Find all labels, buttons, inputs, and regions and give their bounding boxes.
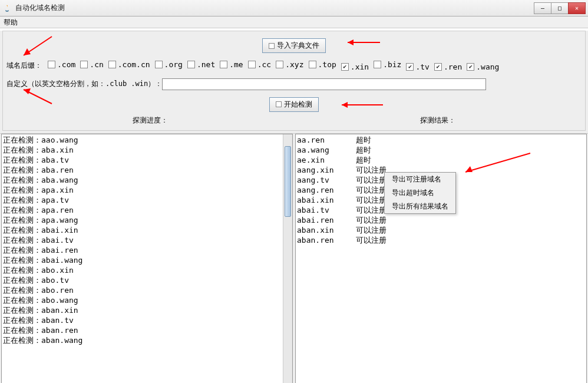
result-status: 超时 — [356, 135, 371, 145]
start-detection-button[interactable]: 开始检测 — [269, 97, 319, 112]
suffix-label-text: .top — [318, 60, 336, 69]
suffix-checkbox-com[interactable]: .com — [48, 60, 75, 69]
suffix-checkbox-comcn[interactable]: .com.cn — [108, 60, 150, 69]
checkbox-icon[interactable] — [108, 61, 116, 68]
progress-scrollbar[interactable] — [283, 134, 292, 384]
custom-suffix-input[interactable] — [162, 78, 486, 90]
checkbox-icon[interactable] — [48, 61, 55, 68]
progress-list: 正在检测：aao.wang正在检测：aba.xin正在检测：aba.tv正在检测… — [2, 134, 292, 346]
menu-help[interactable]: 帮助 — [4, 18, 18, 27]
window-controls: — □ ✕ — [534, 2, 586, 14]
window-title: 自动化域名检测 — [15, 3, 534, 13]
suffix-label-text: .biz — [383, 60, 401, 69]
progress-item: 正在检测：aba.xin — [3, 145, 291, 155]
custom-label: 自定义（以英文空格分割，如：.club .win）： — [6, 79, 162, 89]
suffix-checkbox-net[interactable]: .net — [187, 60, 215, 69]
progress-scroll-thumb[interactable] — [285, 146, 291, 217]
suffix-checkbox-top[interactable]: .top — [309, 60, 336, 69]
suffix-label-text: .tv — [415, 62, 429, 71]
progress-item: 正在检测：abo.ren — [3, 285, 291, 295]
result-item[interactable]: aa.ren超时 — [297, 135, 585, 145]
suffix-label-text: .org — [164, 60, 183, 69]
checkbox-icon[interactable] — [187, 61, 195, 68]
context-menu-item[interactable]: 导出所有结果域名 — [385, 200, 455, 213]
result-item[interactable]: aa.wang超时 — [297, 145, 585, 155]
suffix-checkbox-me[interactable]: .me — [220, 60, 243, 69]
result-status: 可以注册 — [356, 175, 387, 185]
checkbox-icon[interactable] — [406, 63, 414, 71]
result-domain: aang.xin — [297, 165, 356, 175]
suffix-label-text: .xin — [351, 62, 369, 71]
progress-item: 正在检测：abai.wang — [3, 255, 291, 265]
progress-item: 正在检测：aba.ren — [3, 165, 291, 175]
result-status: 可以注册 — [356, 215, 387, 225]
checkbox-icon[interactable] — [220, 61, 227, 68]
result-domain: abai.xin — [297, 195, 356, 205]
result-domain: abai.ren — [297, 215, 356, 225]
progress-header: 探测进度： — [6, 114, 294, 127]
checkbox-icon[interactable] — [467, 63, 474, 71]
progress-item: 正在检测：abai.tv — [3, 235, 291, 245]
suffix-checkbox-org[interactable]: .org — [155, 60, 183, 69]
checkbox-icon[interactable] — [434, 63, 442, 71]
titlebar: 自动化域名检测 — □ ✕ — [0, 0, 588, 16]
checkbox-icon[interactable] — [341, 63, 349, 71]
result-item[interactable]: aban.xin可以注册 — [297, 225, 585, 235]
results-header: 探测结果： — [294, 114, 582, 127]
result-status: 可以注册 — [356, 225, 387, 235]
play-icon — [276, 101, 282, 107]
checkbox-icon[interactable] — [155, 61, 163, 68]
suffix-checkbox-xin[interactable]: .xin — [341, 62, 369, 71]
close-button[interactable]: ✕ — [568, 2, 586, 14]
suffix-checkbox-ren[interactable]: .ren — [434, 62, 462, 71]
context-menu-item[interactable]: 导出可注册域名 — [385, 173, 455, 186]
suffix-checkbox-cn[interactable]: .cn — [80, 60, 103, 69]
suffix-checkbox-cc[interactable]: .cc — [248, 60, 271, 69]
result-item[interactable]: ae.xin超时 — [297, 155, 585, 165]
suffix-checkbox-tv[interactable]: .tv — [406, 62, 429, 71]
suffix-label-text: .wang — [476, 62, 499, 71]
content-area: 导入字典文件 域名后缀： .com.cn.com.cn.org.net.me.c… — [0, 31, 588, 383]
result-domain: aang.ren — [297, 185, 356, 195]
progress-item: 正在检测：apa.xin — [3, 185, 291, 195]
maximize-button[interactable]: □ — [551, 2, 569, 14]
checkbox-icon[interactable] — [374, 61, 381, 68]
checkbox-icon[interactable] — [80, 61, 88, 68]
progress-item: 正在检测：aao.wang — [3, 135, 291, 145]
suffix-label-text: .cn — [90, 60, 103, 69]
minimize-button[interactable]: — — [534, 2, 551, 14]
result-domain: aang.tv — [297, 175, 356, 185]
custom-row: 自定义（以英文空格分割，如：.club .win）： — [6, 78, 582, 90]
progress-item: 正在检测：abai.ren — [3, 245, 291, 255]
result-status: 可以注册 — [356, 195, 387, 205]
progress-item: 正在检测：apa.wang — [3, 215, 291, 225]
context-menu-item[interactable]: 导出超时域名 — [385, 186, 455, 200]
progress-item: 正在检测：abai.xin — [3, 225, 291, 235]
progress-item: 正在检测：aban.ren — [3, 325, 291, 335]
suffix-checkbox-xyz[interactable]: .xyz — [276, 60, 303, 69]
results-context-menu: 导出可注册域名导出超时域名导出所有结果域名 — [384, 172, 456, 214]
progress-item: 正在检测：apa.tv — [3, 195, 291, 205]
progress-panel: 正在检测：aao.wang正在检测：aba.xin正在检测：aba.tv正在检测… — [1, 134, 293, 384]
suffix-row: 域名后缀： .com.cn.com.cn.org.net.me.cc.xyz.t… — [6, 60, 582, 71]
result-item[interactable]: abai.ren可以注册 — [297, 215, 585, 225]
panels: 正在检测：aao.wang正在检测：aba.xin正在检测：aba.tv正在检测… — [0, 133, 588, 384]
result-item[interactable]: aban.ren可以注册 — [297, 235, 585, 245]
progress-item: 正在检测：apa.ren — [3, 205, 291, 215]
import-dictionary-button[interactable]: 导入字典文件 — [262, 38, 326, 53]
suffix-checkbox-biz[interactable]: .biz — [374, 60, 401, 69]
checkbox-icon[interactable] — [276, 61, 283, 68]
progress-item: 正在检测：aban.xin — [3, 305, 291, 315]
suffix-label-text: .me — [229, 60, 243, 69]
checkbox-icon[interactable] — [309, 61, 316, 68]
checkbox-icon[interactable] — [248, 61, 256, 68]
suffix-checkbox-wang[interactable]: .wang — [467, 62, 499, 71]
result-domain: abai.tv — [297, 205, 356, 215]
result-domain: aban.ren — [297, 235, 356, 245]
progress-item: 正在检测：abo.wang — [3, 295, 291, 305]
progress-item: 正在检测：aba.tv — [3, 155, 291, 165]
result-status: 可以注册 — [356, 205, 387, 215]
suffix-label-text: .com — [57, 60, 75, 69]
suffix-label-text: .net — [197, 60, 215, 69]
suffix-label-text: .ren — [444, 62, 462, 71]
